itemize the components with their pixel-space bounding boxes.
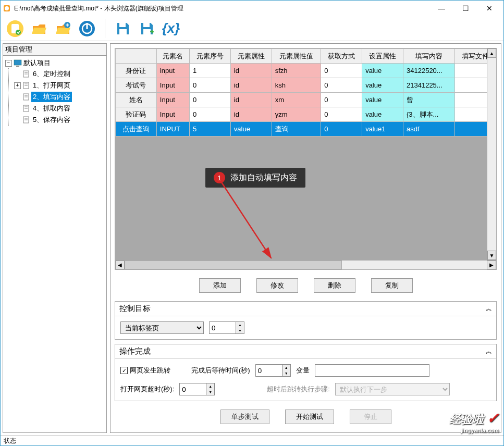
tree-item[interactable]: 4、抓取内容	[31, 103, 72, 114]
document-icon	[22, 70, 30, 78]
wait-spinner[interactable]: ▲▼	[255, 364, 291, 377]
page-redirect-checkbox[interactable]: ✓ 网页发生跳转	[120, 366, 170, 375]
toolbar-power-icon[interactable]	[78, 19, 96, 38]
toolbar-add-folder-icon[interactable]	[54, 19, 72, 38]
watermark: 经验啦 ✓ jingyanla.com	[449, 410, 499, 433]
table-row[interactable]: 验证码Input0idyzm0value{3、脚本...	[116, 107, 496, 122]
tree-item[interactable]: 2、填写内容	[31, 92, 72, 102]
horizontal-scrollbar[interactable]: ◀ ▶	[115, 260, 496, 269]
svg-rect-8	[87, 23, 88, 29]
minimize-button[interactable]: —	[429, 1, 453, 16]
collapse-icon[interactable]: ︽	[486, 347, 492, 356]
timeout-label: 打开网页超时(秒):	[120, 385, 174, 394]
document-icon	[22, 82, 30, 89]
document-icon	[22, 93, 30, 101]
target-select[interactable]: 当前标签页	[120, 321, 204, 334]
statusbar: 状态	[1, 435, 503, 445]
step-test-button[interactable]: 单步测试	[220, 410, 269, 424]
delete-button[interactable]: 删除	[314, 278, 355, 293]
copy-button[interactable]: 复制	[371, 278, 413, 293]
close-button[interactable]: ✕	[477, 1, 501, 16]
svg-rect-14	[16, 66, 19, 67]
table-row[interactable]: 身份证input1idsfzh0value34122520...	[116, 64, 496, 78]
svg-rect-9	[119, 23, 126, 27]
start-test-button[interactable]: 开始测试	[285, 410, 334, 424]
main-panel: 元素名元素序号元素属性元素属性值获取方式设置属性填写内容填写文件身份证input…	[110, 43, 501, 433]
section-title: 控制目标	[119, 304, 151, 314]
data-grid[interactable]: 元素名元素序号元素属性元素属性值获取方式设置属性填写内容填写文件身份证input…	[115, 48, 497, 270]
scroll-up-icon[interactable]: ▲	[487, 48, 496, 58]
svg-rect-11	[143, 23, 150, 27]
wait-label: 完成后等待时间(秒)	[191, 366, 250, 375]
operation-complete-section: 操作完成 ︽ ✓ 网页发生跳转 完成后等待时间(秒) ▲▼	[115, 344, 497, 401]
document-icon	[22, 116, 30, 123]
svg-point-1	[5, 6, 9, 10]
table-row[interactable]: 姓名Input0idxm0value曾	[116, 93, 496, 107]
tooltip-callout: 1 添加自动填写内容	[205, 168, 305, 188]
column-header[interactable]: 设置属性	[362, 49, 403, 64]
tree-root-label[interactable]: 默认项目	[23, 58, 51, 68]
section-title: 操作完成	[119, 346, 151, 356]
column-header[interactable]: 填写内容	[403, 49, 455, 64]
var-label: 变量	[296, 366, 310, 375]
column-header[interactable]: 元素序号	[189, 49, 230, 64]
table-row[interactable]: 点击查询INPUT5value查询0value1asdf	[116, 122, 496, 137]
tree-item[interactable]: 5、保存内容	[31, 115, 72, 125]
scroll-down-icon[interactable]: ▼	[487, 251, 496, 260]
maximize-button[interactable]: ☐	[453, 1, 477, 16]
app-icon	[3, 4, 11, 13]
scroll-right-icon[interactable]: ▶	[487, 261, 496, 269]
sidebar-title: 项目管理	[3, 44, 106, 56]
tree-item[interactable]: 1、打开网页	[31, 80, 72, 91]
toolbar-fx-icon[interactable]: {x}	[162, 19, 180, 38]
edit-button[interactable]: 修改	[256, 278, 298, 293]
step-label: 超时后跳转执行步骤:	[267, 385, 330, 394]
toolbar-new-icon[interactable]	[6, 19, 24, 38]
scroll-left-icon[interactable]: ◀	[115, 261, 125, 269]
tree-expand-icon[interactable]: +	[14, 82, 21, 89]
vertical-scrollbar[interactable]: ▲ ▼	[487, 48, 496, 260]
toolbar-open-icon[interactable]	[30, 19, 48, 38]
callout-text: 添加自动填写内容	[230, 172, 297, 183]
timeout-spinner[interactable]: ▲▼	[179, 383, 215, 395]
window-title: E:\mot\高考成绩批量查询.mot* - 木头浏览器(旗舰版)项目管理	[14, 4, 429, 13]
toolbar-save-icon[interactable]	[114, 19, 132, 38]
toolbar-saveas-icon[interactable]	[138, 19, 156, 38]
tree-item[interactable]: 6、定时控制	[31, 69, 72, 79]
step-badge: 1	[214, 172, 225, 183]
collapse-icon[interactable]: ︽	[486, 304, 492, 313]
svg-rect-12	[143, 29, 151, 34]
column-header[interactable]: 元素属性	[230, 49, 272, 64]
screen-icon	[14, 59, 22, 67]
column-header[interactable]: 元素属性值	[272, 49, 321, 64]
svg-rect-10	[119, 29, 127, 34]
svg-rect-13	[14, 60, 21, 65]
column-header[interactable]	[116, 49, 157, 64]
titlebar: E:\mot\高考成绩批量查询.mot* - 木头浏览器(旗舰版)项目管理 — …	[1, 1, 503, 16]
var-input[interactable]	[315, 364, 429, 377]
step-select[interactable]: 默认执行下一步	[335, 383, 450, 395]
column-header[interactable]: 元素名	[156, 49, 189, 64]
control-target-section: 控制目标 ︽ 当前标签页 ▲▼	[115, 301, 497, 340]
target-index-spinner[interactable]: ▲▼	[209, 321, 244, 334]
sidebar: 项目管理 − 默认项目 6、定时控制+1、打开网页2、填写内容4、抓取内容5、保…	[3, 43, 107, 433]
column-header[interactable]: 获取方式	[321, 49, 362, 64]
add-button[interactable]: 添加	[199, 278, 241, 293]
toolbar: {x}	[1, 16, 503, 41]
document-icon	[22, 105, 30, 112]
stop-button[interactable]: 停止	[350, 410, 391, 424]
tree-collapse-icon[interactable]: −	[5, 60, 12, 67]
project-tree[interactable]: − 默认项目 6、定时控制+1、打开网页2、填写内容4、抓取内容5、保存内容	[3, 56, 106, 128]
table-row[interactable]: 考试号Input0idksh0value21341225...	[116, 78, 496, 93]
svg-point-4	[16, 30, 21, 35]
